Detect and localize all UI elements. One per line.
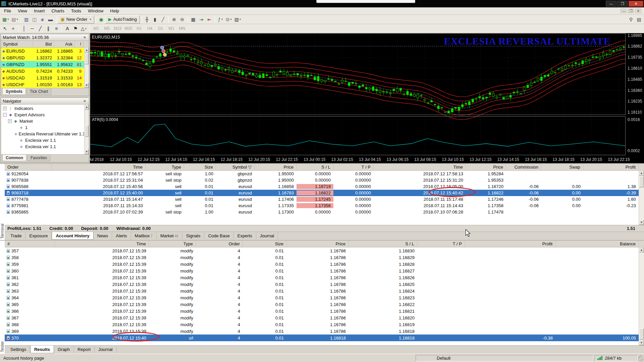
tester-scrollbar[interactable]: ▲ ▼ [639, 247, 644, 345]
maximize-button[interactable]: ❐ [617, 1, 628, 7]
scroll-up-icon[interactable]: ▲ [639, 247, 644, 252]
menu-insert[interactable]: Insert [31, 8, 48, 14]
print-button[interactable]: ▤ [635, 15, 643, 23]
history-row-363[interactable]: 3632018.07.12 15:39modify40.011.167861.1… [5, 288, 639, 294]
scroll-down-icon[interactable]: ▼ [85, 83, 89, 88]
tile-windows-button[interactable]: ▦ [189, 15, 197, 23]
expand-icon[interactable]: + [3, 107, 7, 110]
timeframe-d1-button[interactable]: D1 [155, 25, 166, 32]
tab-tester-results[interactable]: Results [30, 346, 54, 353]
bar-chart-mode-button[interactable]: ╫ [143, 15, 151, 23]
orders-col-1-time[interactable]: Time [52, 164, 146, 170]
data-window-toggle-button[interactable]: ◫ [31, 15, 39, 23]
order-row-9083718[interactable]: 90837182018.07.12 15:40:00sell0.01eurusd… [5, 190, 639, 196]
scroll-up-icon[interactable]: ▲ [85, 48, 89, 53]
chart-shift-button[interactable]: ⇤ [205, 15, 213, 23]
tab-terminal-exposure[interactable]: Exposure [25, 232, 52, 239]
periods-button[interactable]: ⊙▾ [224, 15, 233, 23]
indicators-list-button[interactable]: ƒ▾ [216, 15, 224, 23]
orders-col-9-price[interactable]: Price [466, 164, 506, 170]
menu-file[interactable]: File [1, 8, 14, 14]
history-row-366[interactable]: 3662018.07.12 15:39modify40.011.167861.1… [5, 308, 639, 314]
channel-tool-button[interactable]: ∥ [44, 24, 52, 33]
market-watch-row-gbpusd[interactable]: ◆GBPUSD1.323721.3238412 [1, 54, 84, 61]
timeframe-mn-button[interactable]: MN [177, 25, 187, 32]
scroll-thumb[interactable] [639, 176, 644, 187]
history-row-365[interactable]: 3652018.07.12 15:39modify40.011.167861.1… [5, 301, 639, 308]
scroll-down-icon[interactable]: ▼ [639, 220, 644, 225]
profiles-button[interactable]: ▤▾ [10, 15, 19, 23]
templates-button[interactable]: ▧▾ [233, 15, 242, 23]
market-watch-row-usdcad[interactable]: ◆USDCAD1.315191.3153314 [1, 74, 84, 81]
order-row-8365865[interactable]: 83658652018.07.10 07:02:39sell stop1.00e… [5, 209, 639, 215]
orders-col-7-t-p[interactable]: T / P [333, 164, 374, 170]
history-col-4-size[interactable]: Size [243, 241, 286, 247]
new-chart-button[interactable]: ▦▾ [1, 15, 10, 23]
menu-charts[interactable]: Charts [48, 8, 67, 14]
market-watch-scrollbar[interactable]: ▲ ▼ [84, 48, 89, 88]
order-row-9085588[interactable]: 90855882018.07.12 15:40:56sell0.01eurusd… [5, 183, 639, 190]
terminal-toggle-button[interactable]: ▬ [47, 15, 55, 23]
navigator-close-icon[interactable]: ✕ [82, 99, 87, 104]
navigator-toggle-button[interactable]: ◈ [39, 15, 47, 23]
zoom-out-button[interactable]: ⊖ [178, 15, 186, 23]
cursor-tool-button[interactable]: ↖ [1, 24, 9, 33]
timeframe-m30-button[interactable]: M30 [123, 25, 134, 32]
scroll-thumb[interactable] [85, 125, 89, 137]
mw-column-symbol[interactable]: Symbol [1, 41, 33, 47]
order-row-9077838[interactable]: 90778382018.07.12 15:31:04sell stop0.02g… [5, 177, 639, 183]
history-row-361[interactable]: 3612018.07.12 15:39modify40.011.167861.1… [5, 274, 639, 281]
order-row-8777478[interactable]: 87774782018.07.11 15:14:47sell0.01eurusd… [5, 196, 639, 202]
scroll-up-icon[interactable]: ▲ [639, 171, 644, 176]
tab-tester-graph[interactable]: Graph [54, 346, 74, 353]
tree-node-1[interactable]: ◈1 [1, 124, 84, 131]
tab-nav-favorites[interactable]: Favorites [27, 155, 50, 161]
tab-mw-tick-chart[interactable]: Tick Chart [26, 88, 51, 95]
mw-column-bid[interactable]: Bid [33, 41, 54, 47]
history-col-1-time[interactable]: Time [55, 241, 149, 247]
market-watch-close-icon[interactable]: ✕ [82, 35, 87, 40]
tab-nav-common[interactable]: Common [2, 155, 26, 161]
timeframe-m5-button[interactable]: M5 [102, 25, 112, 32]
history-row-359[interactable]: 3592018.07.12 15:39modify40.011.167861.1… [5, 261, 639, 267]
vertical-line-tool-button[interactable]: │ [20, 24, 28, 33]
history-col-2-type[interactable]: Type [149, 241, 196, 247]
history-row-358[interactable]: 3582018.07.12 15:39modify40.011.167861.1… [5, 254, 639, 261]
trendline-tool-button[interactable]: ╱ [36, 24, 44, 33]
tree-node-exclesia-ver-1-1[interactable]: ◈Exclesia ver 1.1 [1, 143, 84, 150]
timeframe-h1-button[interactable]: H1 [134, 25, 145, 32]
timeframe-m1-button[interactable]: M1 [91, 25, 102, 32]
tree-node-market[interactable]: +◆Market [1, 118, 84, 124]
close-button[interactable]: ✕ [629, 1, 643, 7]
tree-node-exclesia-reversal-ultimate-ver-1-3[interactable]: ◈Exclesia Reversal Ultimate ver 1.3 [1, 131, 84, 137]
tab-terminal-experts[interactable]: Experts [234, 232, 256, 239]
price-chart[interactable]: 12 Jul 201812 Jul 10:1512 Jul 12:1512 Ju… [90, 33, 644, 163]
resize-grip[interactable] [638, 355, 643, 361]
tab-tester-journal[interactable]: Journal [95, 346, 117, 353]
history-row-369[interactable]: 3692018.07.12 15:39modify40.011.167861.1… [5, 328, 639, 335]
tab-mw-symbols[interactable]: Symbols [2, 88, 26, 95]
history-col-6-s-l[interactable]: S / L [348, 241, 417, 247]
navigator-scrollbar[interactable]: ▲ ▼ [84, 105, 89, 154]
tab-tester-report[interactable]: Report [74, 346, 95, 353]
history-col-3-order[interactable]: Order [196, 241, 243, 247]
tree-node-indicators[interactable]: +ƒIndicators [1, 105, 84, 112]
candlestick-mode-button[interactable]: ▮ [151, 15, 159, 23]
orders-col-11-swap[interactable]: Swap [541, 164, 583, 170]
expert-advisors-button[interactable]: ◉ [97, 15, 105, 23]
timeframe-w1-button[interactable]: W1 [166, 25, 177, 32]
terminal-scrollbar[interactable]: ▲ ▼ [639, 171, 644, 225]
orders-col-2-type[interactable]: Type [146, 164, 184, 170]
orders-col-12-profit[interactable]: Profit [583, 164, 639, 170]
history-row-367[interactable]: 3672018.07.12 15:39modify40.011.167861.1… [5, 314, 639, 321]
status-profile[interactable]: Default [416, 355, 593, 361]
market-watch-row-usdchf[interactable]: ◆USDCHF1.001501.0016313 [1, 81, 84, 88]
history-col-0-[interactable]: # [5, 241, 55, 247]
tab-terminal-journal[interactable]: Journal [256, 232, 278, 239]
crosshair-tool-button[interactable]: + [9, 24, 17, 33]
orders-col-10-commission[interactable]: Commission [506, 164, 541, 170]
tab-terminal-account-history[interactable]: Account History [52, 232, 93, 240]
tab-tester-settings[interactable]: Settings [7, 346, 30, 353]
market-watch-row-audusd[interactable]: ◆AUDUSD0.742240.742339 [1, 68, 84, 74]
orders-col-6-s-l[interactable]: S / L [297, 164, 333, 170]
